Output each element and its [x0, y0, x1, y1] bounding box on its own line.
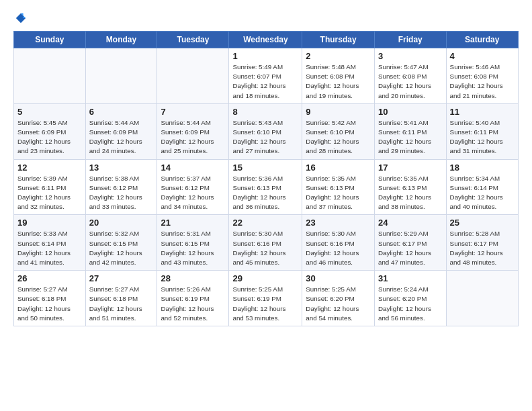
- header: [13, 12, 519, 24]
- day-info: Sunrise: 5:43 AM Sunset: 6:10 PM Dayligh…: [232, 118, 298, 156]
- weekday-header-thursday: Thursday: [302, 32, 375, 48]
- calendar-cell: 16Sunrise: 5:35 AM Sunset: 6:13 PM Dayli…: [302, 159, 375, 215]
- calendar-cell: 24Sunrise: 5:29 AM Sunset: 6:17 PM Dayli…: [374, 215, 446, 271]
- weekday-header-wednesday: Wednesday: [229, 32, 302, 48]
- day-number: 22: [232, 218, 298, 228]
- day-number: 9: [306, 107, 371, 117]
- day-info: Sunrise: 5:36 AM Sunset: 6:13 PM Dayligh…: [232, 174, 298, 212]
- day-info: Sunrise: 5:35 AM Sunset: 6:13 PM Dayligh…: [378, 174, 443, 212]
- day-number: 26: [17, 273, 82, 283]
- day-info: Sunrise: 5:39 AM Sunset: 6:11 PM Dayligh…: [17, 174, 82, 212]
- day-number: 21: [161, 218, 225, 228]
- calendar-cell: 27Sunrise: 5:27 AM Sunset: 6:18 PM Dayli…: [85, 271, 157, 326]
- day-number: 2: [306, 51, 371, 61]
- calendar-cell: 22Sunrise: 5:30 AM Sunset: 6:16 PM Dayli…: [229, 215, 302, 271]
- calendar-cell: [157, 48, 229, 104]
- day-number: 30: [306, 273, 371, 283]
- day-info: Sunrise: 5:49 AM Sunset: 6:07 PM Dayligh…: [232, 62, 298, 101]
- day-number: 6: [89, 107, 154, 117]
- weekday-header-friday: Friday: [374, 32, 446, 48]
- calendar-cell: 29Sunrise: 5:25 AM Sunset: 6:19 PM Dayli…: [229, 271, 302, 326]
- day-number: 31: [378, 273, 443, 283]
- calendar-cell: 4Sunrise: 5:46 AM Sunset: 6:08 PM Daylig…: [446, 48, 518, 104]
- calendar-cell: [85, 48, 157, 104]
- calendar-cell: 25Sunrise: 5:28 AM Sunset: 6:17 PM Dayli…: [446, 215, 518, 271]
- day-info: Sunrise: 5:29 AM Sunset: 6:17 PM Dayligh…: [378, 229, 443, 267]
- day-info: Sunrise: 5:41 AM Sunset: 6:11 PM Dayligh…: [378, 118, 443, 156]
- calendar-cell: 1Sunrise: 5:49 AM Sunset: 6:07 PM Daylig…: [229, 48, 302, 104]
- day-number: 10: [378, 107, 443, 117]
- day-info: Sunrise: 5:34 AM Sunset: 6:14 PM Dayligh…: [450, 174, 515, 212]
- week-row-5: 26Sunrise: 5:27 AM Sunset: 6:18 PM Dayli…: [14, 271, 519, 326]
- calendar-cell: 2Sunrise: 5:48 AM Sunset: 6:08 PM Daylig…: [302, 48, 375, 104]
- day-info: Sunrise: 5:30 AM Sunset: 6:16 PM Dayligh…: [232, 229, 298, 267]
- day-number: 23: [306, 218, 371, 228]
- logo: [13, 12, 27, 24]
- day-info: Sunrise: 5:30 AM Sunset: 6:16 PM Dayligh…: [306, 229, 371, 267]
- calendar-body: 1Sunrise: 5:49 AM Sunset: 6:07 PM Daylig…: [14, 48, 519, 326]
- day-number: 1: [232, 51, 298, 61]
- calendar-cell: 21Sunrise: 5:31 AM Sunset: 6:15 PM Dayli…: [157, 215, 229, 271]
- weekday-header-sunday: Sunday: [14, 32, 86, 48]
- day-info: Sunrise: 5:37 AM Sunset: 6:12 PM Dayligh…: [161, 174, 225, 212]
- day-info: Sunrise: 5:46 AM Sunset: 6:08 PM Dayligh…: [450, 62, 515, 101]
- calendar-page: SundayMondayTuesdayWednesdayThursdayFrid…: [0, 0, 532, 411]
- day-info: Sunrise: 5:31 AM Sunset: 6:15 PM Dayligh…: [161, 229, 225, 267]
- weekday-header-tuesday: Tuesday: [157, 32, 229, 48]
- day-number: 17: [378, 163, 443, 173]
- day-info: Sunrise: 5:38 AM Sunset: 6:12 PM Dayligh…: [89, 174, 154, 212]
- day-number: 29: [232, 273, 298, 283]
- day-info: Sunrise: 5:44 AM Sunset: 6:09 PM Dayligh…: [89, 118, 154, 156]
- calendar-cell: 6Sunrise: 5:44 AM Sunset: 6:09 PM Daylig…: [85, 103, 157, 159]
- day-number: 4: [450, 51, 515, 61]
- week-row-4: 19Sunrise: 5:33 AM Sunset: 6:14 PM Dayli…: [14, 215, 519, 271]
- day-number: 11: [450, 107, 515, 117]
- day-number: 28: [161, 273, 225, 283]
- day-info: Sunrise: 5:40 AM Sunset: 6:11 PM Dayligh…: [450, 118, 515, 156]
- day-info: Sunrise: 5:47 AM Sunset: 6:08 PM Dayligh…: [378, 62, 443, 101]
- day-info: Sunrise: 5:42 AM Sunset: 6:10 PM Dayligh…: [306, 118, 371, 156]
- calendar-cell: 26Sunrise: 5:27 AM Sunset: 6:18 PM Dayli…: [14, 271, 86, 326]
- day-info: Sunrise: 5:26 AM Sunset: 6:19 PM Dayligh…: [161, 285, 225, 323]
- calendar-cell: 5Sunrise: 5:45 AM Sunset: 6:09 PM Daylig…: [14, 103, 86, 159]
- day-info: Sunrise: 5:25 AM Sunset: 6:20 PM Dayligh…: [306, 285, 371, 323]
- calendar-cell: 8Sunrise: 5:43 AM Sunset: 6:10 PM Daylig…: [229, 103, 302, 159]
- calendar-cell: 14Sunrise: 5:37 AM Sunset: 6:12 PM Dayli…: [157, 159, 229, 215]
- day-number: 7: [161, 107, 225, 117]
- day-info: Sunrise: 5:32 AM Sunset: 6:15 PM Dayligh…: [89, 229, 154, 267]
- calendar-cell: 7Sunrise: 5:44 AM Sunset: 6:09 PM Daylig…: [157, 103, 229, 159]
- week-row-1: 1Sunrise: 5:49 AM Sunset: 6:07 PM Daylig…: [14, 48, 519, 104]
- day-info: Sunrise: 5:48 AM Sunset: 6:08 PM Dayligh…: [306, 62, 371, 101]
- day-number: 15: [232, 163, 298, 173]
- day-info: Sunrise: 5:27 AM Sunset: 6:18 PM Dayligh…: [17, 285, 82, 323]
- logo-icon: [15, 12, 27, 24]
- calendar-cell: 31Sunrise: 5:24 AM Sunset: 6:20 PM Dayli…: [374, 271, 446, 326]
- day-info: Sunrise: 5:27 AM Sunset: 6:18 PM Dayligh…: [89, 285, 154, 323]
- calendar-cell: 10Sunrise: 5:41 AM Sunset: 6:11 PM Dayli…: [374, 103, 446, 159]
- calendar-cell: [14, 48, 86, 104]
- calendar-cell: 23Sunrise: 5:30 AM Sunset: 6:16 PM Dayli…: [302, 215, 375, 271]
- week-row-2: 5Sunrise: 5:45 AM Sunset: 6:09 PM Daylig…: [14, 103, 519, 159]
- calendar-table: SundayMondayTuesdayWednesdayThursdayFrid…: [13, 31, 519, 326]
- day-info: Sunrise: 5:45 AM Sunset: 6:09 PM Dayligh…: [17, 118, 82, 156]
- day-info: Sunrise: 5:44 AM Sunset: 6:09 PM Dayligh…: [161, 118, 225, 156]
- week-row-3: 12Sunrise: 5:39 AM Sunset: 6:11 PM Dayli…: [14, 159, 519, 215]
- calendar-cell: 11Sunrise: 5:40 AM Sunset: 6:11 PM Dayli…: [446, 103, 518, 159]
- weekday-header-saturday: Saturday: [446, 32, 518, 48]
- day-number: 5: [17, 107, 82, 117]
- day-number: 14: [161, 163, 225, 173]
- day-number: 8: [232, 107, 298, 117]
- day-number: 12: [17, 163, 82, 173]
- day-number: 16: [306, 163, 371, 173]
- calendar-cell: [446, 271, 518, 326]
- calendar-cell: 9Sunrise: 5:42 AM Sunset: 6:10 PM Daylig…: [302, 103, 375, 159]
- day-number: 25: [450, 218, 515, 228]
- day-info: Sunrise: 5:25 AM Sunset: 6:19 PM Dayligh…: [232, 285, 298, 323]
- day-info: Sunrise: 5:35 AM Sunset: 6:13 PM Dayligh…: [306, 174, 371, 212]
- day-info: Sunrise: 5:24 AM Sunset: 6:20 PM Dayligh…: [378, 285, 443, 323]
- weekday-header-row: SundayMondayTuesdayWednesdayThursdayFrid…: [14, 32, 519, 48]
- day-number: 3: [378, 51, 443, 61]
- calendar-cell: 3Sunrise: 5:47 AM Sunset: 6:08 PM Daylig…: [374, 48, 446, 104]
- weekday-header-monday: Monday: [85, 32, 157, 48]
- day-number: 20: [89, 218, 154, 228]
